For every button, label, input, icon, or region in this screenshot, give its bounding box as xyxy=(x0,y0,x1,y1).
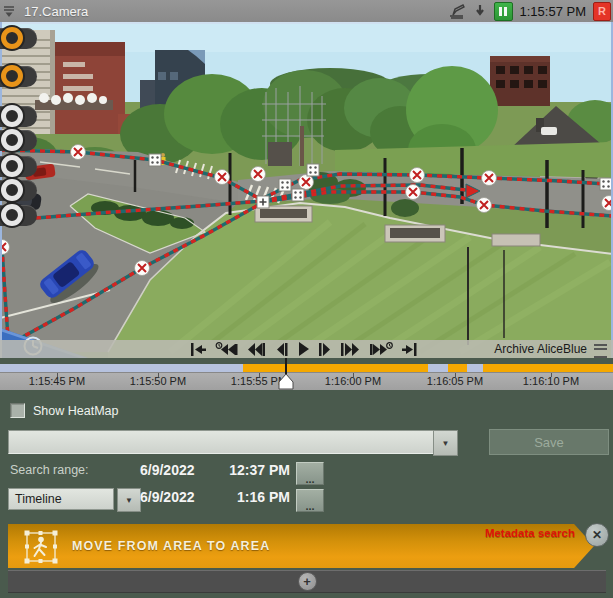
step-back-button[interactable] xyxy=(275,342,289,356)
query-combobox[interactable] xyxy=(8,430,434,454)
person-track-icon xyxy=(22,528,60,566)
next-fragment-button[interactable] xyxy=(340,342,361,356)
chevron-down-icon: ▼ xyxy=(125,496,133,505)
camera-title: 17.Camera xyxy=(24,4,88,19)
quick-action-button-4[interactable] xyxy=(0,129,37,152)
range-end[interactable]: 6/9/2022 1:16 PM xyxy=(140,489,290,505)
timeline-tick-label: 1:15:45 PM xyxy=(29,375,85,387)
archive-segment[interactable] xyxy=(467,364,483,372)
heatmap-checkbox[interactable] xyxy=(10,403,25,418)
step-forward-button[interactable] xyxy=(318,342,332,356)
playback-bar: Archive AliceBlue xyxy=(0,340,613,358)
quick-action-button-1[interactable] xyxy=(0,27,37,50)
playhead-flag[interactable] xyxy=(278,374,294,390)
plus-marker xyxy=(257,196,269,208)
hamburger-icon[interactable] xyxy=(594,344,607,358)
quick-action-button-7[interactable] xyxy=(0,204,37,227)
quick-action-button-6[interactable] xyxy=(0,179,37,202)
record-button[interactable]: R xyxy=(593,2,611,21)
edit-icon[interactable] xyxy=(448,2,466,20)
timeline-tick-label: 1:16:00 PM xyxy=(325,375,381,387)
search-range-label: Search range: xyxy=(10,463,89,477)
end-date: 6/9/2022 xyxy=(140,489,195,505)
archive-label[interactable]: Archive AliceBlue xyxy=(494,340,587,358)
jump-end-button[interactable] xyxy=(401,342,418,356)
arrow-down-icon[interactable] xyxy=(471,2,489,20)
archive-segment[interactable] xyxy=(448,364,467,372)
timeline-tick-label: 1:16:10 PM xyxy=(523,375,579,387)
timeline[interactable]: 1:15:45 PM1:15:50 PM1:15:55 PM1:16:00 PM… xyxy=(0,358,613,390)
tile-selection-top xyxy=(0,22,613,24)
current-time: 1:15:57 PM xyxy=(520,4,587,19)
rewind-clock-button[interactable] xyxy=(215,342,238,356)
archive-segment[interactable] xyxy=(428,364,448,372)
end-time: 1:16 PM xyxy=(237,489,290,505)
jump-start-button[interactable] xyxy=(190,342,207,356)
play-button[interactable] xyxy=(297,342,310,356)
add-query-bar: + xyxy=(8,570,606,593)
save-button[interactable]: Save xyxy=(489,429,609,455)
pause-button[interactable] xyxy=(494,2,513,21)
timeline-scale[interactable]: 1:15:45 PM1:15:50 PM1:15:55 PM1:16:00 PM… xyxy=(0,372,613,390)
camera-scene xyxy=(0,22,613,358)
brick-building-right xyxy=(490,56,550,106)
archive-segment[interactable] xyxy=(243,364,428,372)
prev-fragment-button[interactable] xyxy=(246,342,267,356)
start-picker-button[interactable]: ... xyxy=(296,462,324,485)
heatmap-label: Show HeatMap xyxy=(33,404,118,418)
camera-video-tile[interactable]: Archive AliceBlue xyxy=(0,22,613,358)
white-van xyxy=(541,127,557,135)
timeline-tick-label: 1:16:05 PM xyxy=(427,375,483,387)
banner-title: MOVE FROM AREA TO AREA xyxy=(72,539,270,553)
timeline-strip[interactable] xyxy=(0,364,613,372)
query-dropdown-button[interactable]: ▼ xyxy=(433,430,458,456)
search-panel: Show HeatMap ▼ Save Search range: 6/9/20… xyxy=(0,390,613,598)
range-start[interactable]: 6/9/2022 12:37 PM xyxy=(140,462,290,478)
chevron-down-icon: ▼ xyxy=(442,439,450,448)
quick-action-button-5[interactable] xyxy=(0,155,37,178)
timeline-tick-label: 1:15:50 PM xyxy=(130,375,186,387)
start-date: 6/9/2022 xyxy=(140,462,195,478)
metadata-search-tag: Metadata search xyxy=(485,527,575,539)
forward-clock-button[interactable] xyxy=(369,342,393,356)
range-mode-select[interactable]: Timeline xyxy=(8,488,114,510)
plus-icon[interactable]: + xyxy=(298,572,317,591)
end-picker-button[interactable]: ... xyxy=(296,489,324,512)
camera-title-bar: 17.Camera 1:15:57 PM R xyxy=(0,0,613,22)
archive-segment[interactable] xyxy=(0,364,243,372)
quick-action-button-2[interactable] xyxy=(0,65,37,88)
archive-segment[interactable] xyxy=(483,364,613,372)
quick-action-button-3[interactable] xyxy=(0,105,37,128)
start-time: 12:37 PM xyxy=(229,462,290,478)
panel-collapse-icon[interactable] xyxy=(0,2,18,20)
close-icon[interactable]: ✕ xyxy=(585,523,609,547)
range-mode-dropdown-button[interactable]: ▼ xyxy=(117,488,141,512)
